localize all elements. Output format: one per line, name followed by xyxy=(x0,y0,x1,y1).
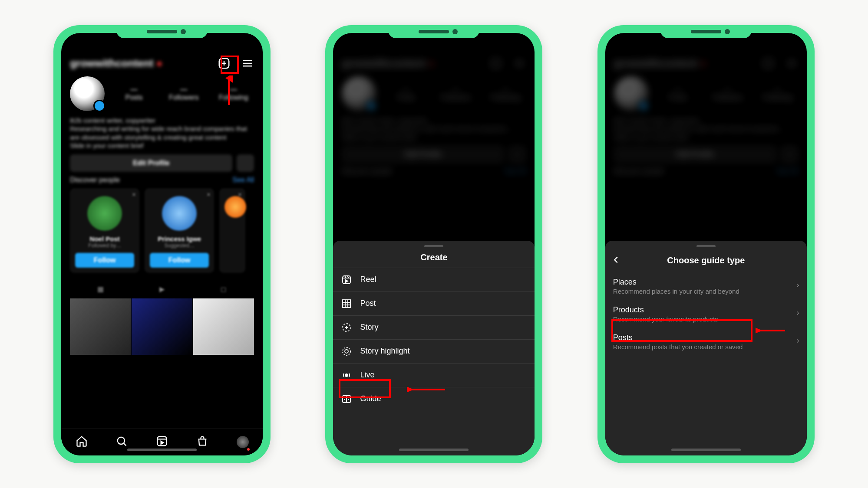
phone-notch xyxy=(388,25,479,38)
post-grid-icon xyxy=(341,298,352,309)
arrow-up-icon xyxy=(224,75,233,106)
search-tab[interactable] xyxy=(116,435,128,449)
svg-rect-8 xyxy=(158,437,167,446)
svg-rect-18 xyxy=(343,276,350,284)
create-live-label: Live xyxy=(360,370,374,380)
chevron-right-icon xyxy=(795,338,801,346)
home-indicator xyxy=(127,449,197,451)
edit-profile-button[interactable]: Edit Profile xyxy=(70,154,232,172)
live-icon xyxy=(341,370,352,381)
profile-username: growwithcontent ● xyxy=(70,57,162,69)
svg-point-31 xyxy=(345,350,348,353)
followers-stat[interactable]: —Followers xyxy=(163,86,205,102)
create-reel[interactable]: Reel xyxy=(333,268,535,291)
svg-point-6 xyxy=(118,437,125,444)
phone-step-3: growwithcontent ● —Posts—Followers—Follo… xyxy=(597,25,815,463)
profile-bio: B2b content writer, copywriter Researchi… xyxy=(70,116,254,150)
sheet-handle[interactable] xyxy=(696,245,716,247)
profile-avatar[interactable] xyxy=(70,76,105,111)
home-tab[interactable] xyxy=(76,435,88,449)
create-guide-label: Guide xyxy=(360,394,381,403)
posts-subtitle: Recommend posts that you created or save… xyxy=(613,343,799,350)
create-highlight[interactable]: Story highlight xyxy=(333,340,535,363)
reels-tab[interactable] xyxy=(156,435,168,449)
phone-step-1: growwithcontent ● —Posts —Followers xyxy=(53,25,271,463)
phone-notch xyxy=(116,25,208,38)
phone-notch xyxy=(660,25,752,38)
posts-stat[interactable]: —Posts xyxy=(113,86,155,102)
places-title: Places xyxy=(613,278,799,287)
arrow-left-icon xyxy=(756,326,786,335)
create-story[interactable]: Story xyxy=(333,316,535,339)
phone-step-2: growwithcontent ● —Posts—Followers—Follo… xyxy=(325,25,542,463)
create-bottom-sheet: Create Reel Post Story xyxy=(333,241,535,455)
bottom-tab-bar xyxy=(61,429,263,455)
svg-rect-22 xyxy=(343,300,350,308)
following-stat[interactable]: —Following xyxy=(213,86,254,102)
products-subtitle: Recommend your favourite products xyxy=(613,315,799,323)
sheet-handle[interactable] xyxy=(424,245,443,247)
products-title: Products xyxy=(613,305,799,314)
home-indicator xyxy=(399,449,469,451)
suggested-users-button[interactable] xyxy=(237,154,254,172)
hamburger-menu[interactable] xyxy=(241,57,254,70)
create-story-label: Story xyxy=(360,323,378,332)
create-live[interactable]: Live xyxy=(333,364,535,387)
profile-tabs[interactable]: ▦▶◻ xyxy=(70,281,254,298)
screen-1: growwithcontent ● —Posts —Followers xyxy=(61,33,263,455)
create-post-label: Post xyxy=(360,299,376,308)
see-all-link[interactable]: See All xyxy=(232,176,254,184)
create-reel-label: Reel xyxy=(360,275,376,284)
svg-point-32 xyxy=(345,374,348,377)
screen-2: growwithcontent ● —Posts—Followers—Follo… xyxy=(333,33,535,455)
places-subtitle: Recommend places in your city and beyond xyxy=(613,288,799,295)
suggested-card[interactable]: × xyxy=(219,188,245,273)
discover-people-label: Discover people xyxy=(70,176,120,184)
suggested-card[interactable]: × Noel PostFollowed by… Follow xyxy=(70,188,139,273)
chevron-right-icon xyxy=(795,310,801,318)
svg-point-30 xyxy=(343,347,350,355)
svg-line-7 xyxy=(124,443,126,446)
screen-3: growwithcontent ● —Posts—Followers—Follo… xyxy=(605,33,807,455)
guide-type-products[interactable]: Products Recommend your favourite produc… xyxy=(605,300,807,328)
story-icon xyxy=(341,322,352,333)
reel-icon xyxy=(341,274,352,285)
post-grid[interactable] xyxy=(70,298,254,355)
guide-type-places[interactable]: Places Recommend places in your city and… xyxy=(605,272,807,300)
sheet-title: Create xyxy=(333,250,535,268)
home-indicator xyxy=(671,449,741,451)
highlight-icon xyxy=(341,346,352,357)
guide-type-sheet: Choose guide type Places Recommend place… xyxy=(605,241,807,455)
guide-icon xyxy=(341,393,352,405)
suggested-card[interactable]: × Princess IgweSuggested… Follow xyxy=(145,188,214,273)
shop-tab[interactable] xyxy=(196,435,208,449)
create-highlight-label: Story highlight xyxy=(360,347,409,356)
create-button[interactable] xyxy=(218,57,231,70)
create-post[interactable]: Post xyxy=(333,292,535,315)
profile-tab[interactable] xyxy=(237,436,249,448)
follow-button[interactable]: Follow xyxy=(150,253,209,268)
follow-button[interactable]: Follow xyxy=(75,253,134,268)
arrow-left-icon xyxy=(407,385,446,394)
chevron-right-icon xyxy=(795,282,801,290)
tutorial-three-phones: growwithcontent ● —Posts —Followers xyxy=(0,0,868,488)
guide-sheet-title: Choose guide type xyxy=(611,255,801,265)
